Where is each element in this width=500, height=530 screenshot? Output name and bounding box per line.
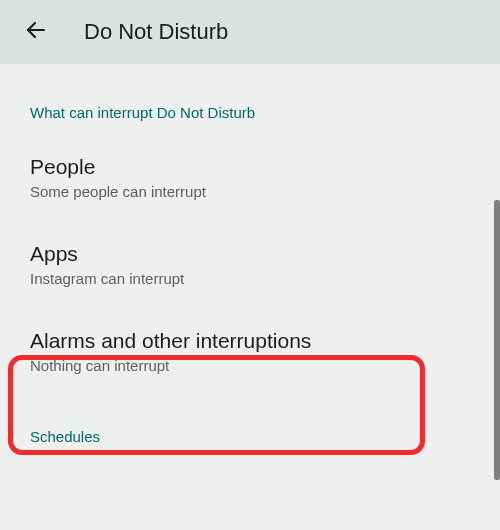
item-subtitle: Instagram can interrupt [30, 270, 470, 287]
item-title: Alarms and other interruptions [30, 329, 470, 353]
item-subtitle: Nothing can interrupt [30, 357, 470, 374]
settings-content: What can interrupt Do Not Disturb People… [0, 64, 500, 445]
section-header-schedules: Schedules [0, 394, 500, 445]
item-subtitle: Some people can interrupt [30, 183, 470, 200]
settings-item-alarms[interactable]: Alarms and other interruptions Nothing c… [0, 307, 500, 394]
top-app-bar: Do Not Disturb [0, 0, 500, 64]
settings-item-people[interactable]: People Some people can interrupt [0, 133, 500, 220]
arrow-back-icon [24, 18, 48, 46]
scrollbar[interactable] [494, 200, 500, 480]
section-header-interrupt: What can interrupt Do Not Disturb [0, 64, 500, 133]
item-title: People [30, 155, 470, 179]
item-title: Apps [30, 242, 470, 266]
page-title: Do Not Disturb [84, 19, 228, 45]
back-button[interactable] [16, 12, 56, 52]
settings-item-apps[interactable]: Apps Instagram can interrupt [0, 220, 500, 307]
